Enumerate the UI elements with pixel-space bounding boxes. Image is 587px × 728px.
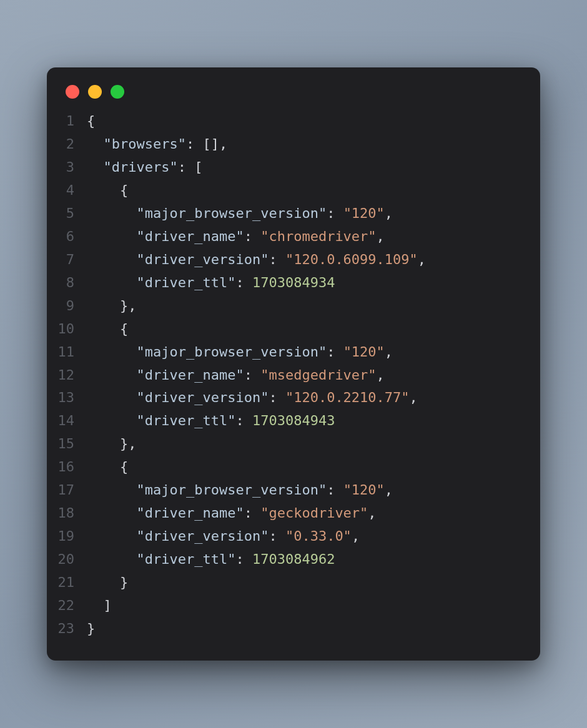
code-line[interactable]: 21 } (47, 571, 521, 594)
code-line[interactable]: 1{ (47, 110, 521, 133)
token-punct: : [], (186, 136, 227, 152)
token-punct: : (244, 367, 261, 383)
line-content[interactable]: "driver_name": "msedgedriver", (87, 364, 385, 387)
line-content[interactable]: } (87, 617, 95, 641)
token-string: "geckodriver" (260, 505, 368, 521)
token-punct (87, 413, 136, 428)
line-number: 16 (47, 456, 87, 479)
code-line[interactable]: 22 ] (47, 594, 521, 617)
line-content[interactable]: "major_browser_version": "120", (87, 479, 393, 502)
code-line[interactable]: 3 "drivers": [ (47, 156, 521, 179)
code-block[interactable]: 1{2 "browsers": [],3 "drivers": [4 {5 "m… (47, 110, 540, 641)
code-line[interactable]: 17 "major_browser_version": "120", (47, 479, 521, 502)
code-line[interactable]: 18 "driver_name": "geckodriver", (47, 502, 521, 525)
code-line[interactable]: 12 "driver_name": "msedgedriver", (47, 364, 521, 387)
line-number: 22 (47, 594, 87, 617)
line-content[interactable]: { (87, 318, 128, 341)
zoom-icon[interactable] (111, 85, 124, 99)
line-number: 19 (47, 525, 87, 548)
code-line[interactable]: 14 "driver_ttl": 1703084943 (47, 410, 521, 433)
line-content[interactable]: }, (87, 433, 136, 456)
token-punct (87, 252, 136, 267)
line-content[interactable]: }, (87, 295, 136, 318)
line-content[interactable]: "drivers": [ (87, 156, 202, 179)
line-number: 9 (47, 295, 87, 318)
token-punct: : (244, 505, 261, 521)
code-line[interactable]: 8 "driver_ttl": 1703084934 (47, 272, 521, 295)
line-content[interactable]: "major_browser_version": "120", (87, 341, 393, 364)
token-punct (87, 367, 136, 383)
code-line[interactable]: 20 "driver_ttl": 1703084962 (47, 548, 521, 571)
line-content[interactable]: "major_browser_version": "120", (87, 202, 393, 225)
line-number: 14 (47, 410, 87, 433)
line-content[interactable]: "browsers": [], (87, 133, 227, 156)
token-punct: } (87, 574, 128, 590)
code-line[interactable]: 23} (47, 617, 521, 641)
line-number: 18 (47, 502, 87, 525)
line-number: 23 (47, 617, 87, 641)
code-line[interactable]: 6 "driver_name": "chromedriver", (47, 225, 521, 248)
line-number: 21 (47, 571, 87, 594)
line-number: 20 (47, 548, 87, 571)
code-line[interactable]: 5 "major_browser_version": "120", (47, 202, 521, 225)
token-punct (87, 229, 136, 244)
line-number: 8 (47, 272, 87, 295)
code-line[interactable]: 4 { (47, 179, 521, 202)
code-line[interactable]: 2 "browsers": [], (47, 133, 521, 156)
token-punct (87, 390, 136, 405)
line-content[interactable]: "driver_version": "120.0.6099.109", (87, 248, 426, 272)
line-content[interactable]: "driver_ttl": 1703084962 (87, 548, 335, 571)
token-key: "driver_name" (136, 505, 244, 521)
token-punct: : (327, 344, 343, 360)
line-content[interactable]: { (87, 456, 128, 479)
token-punct: : (269, 528, 285, 544)
token-punct: , (377, 229, 385, 244)
code-line[interactable]: 16 { (47, 456, 521, 479)
token-punct: { (87, 321, 128, 337)
line-content[interactable]: } (87, 571, 128, 594)
token-punct: : (244, 229, 261, 244)
line-content[interactable]: "driver_ttl": 1703084943 (87, 410, 335, 433)
line-content[interactable]: "driver_ttl": 1703084934 (87, 272, 335, 295)
code-line[interactable]: 10 { (47, 318, 521, 341)
code-line[interactable]: 19 "driver_version": "0.33.0", (47, 525, 521, 548)
line-content[interactable]: "driver_name": "chromedriver", (87, 225, 385, 248)
token-punct (87, 482, 136, 498)
token-punct: } (87, 621, 95, 636)
line-number: 10 (47, 318, 87, 341)
code-line[interactable]: 11 "major_browser_version": "120", (47, 341, 521, 364)
token-punct: , (418, 252, 426, 267)
line-number: 6 (47, 225, 87, 248)
line-number: 13 (47, 386, 87, 410)
token-key: "browsers" (104, 136, 186, 152)
minimize-icon[interactable] (88, 85, 102, 99)
token-string: "120" (343, 205, 385, 221)
token-key: "major_browser_version" (136, 344, 327, 360)
token-punct: { (87, 113, 95, 129)
line-content[interactable]: "driver_version": "0.33.0", (87, 525, 360, 548)
token-key: "driver_ttl" (136, 413, 235, 428)
token-punct: : (327, 482, 343, 498)
code-line[interactable]: 15 }, (47, 433, 521, 456)
token-string: "0.33.0" (285, 528, 352, 544)
token-punct: , (368, 505, 376, 521)
line-number: 12 (47, 364, 87, 387)
line-content[interactable]: { (87, 179, 128, 202)
token-key: "driver_ttl" (136, 551, 235, 567)
line-number: 4 (47, 179, 87, 202)
token-number: 1703084934 (252, 275, 335, 290)
line-content[interactable]: "driver_name": "geckodriver", (87, 502, 377, 525)
code-line[interactable]: 9 }, (47, 295, 521, 318)
code-line[interactable]: 7 "driver_version": "120.0.6099.109", (47, 248, 521, 272)
close-icon[interactable] (66, 85, 79, 99)
code-line[interactable]: 13 "driver_version": "120.0.2210.77", (47, 386, 521, 410)
token-string: "120.0.6099.109" (285, 252, 418, 267)
line-content[interactable]: "driver_version": "120.0.2210.77", (87, 386, 418, 410)
line-content[interactable]: ] (87, 594, 112, 617)
token-punct: : (327, 205, 343, 221)
token-key: "driver_version" (136, 390, 269, 405)
line-content[interactable]: { (87, 110, 95, 133)
token-punct: , (352, 528, 360, 544)
token-key: "major_browser_version" (136, 205, 327, 221)
line-number: 11 (47, 341, 87, 364)
